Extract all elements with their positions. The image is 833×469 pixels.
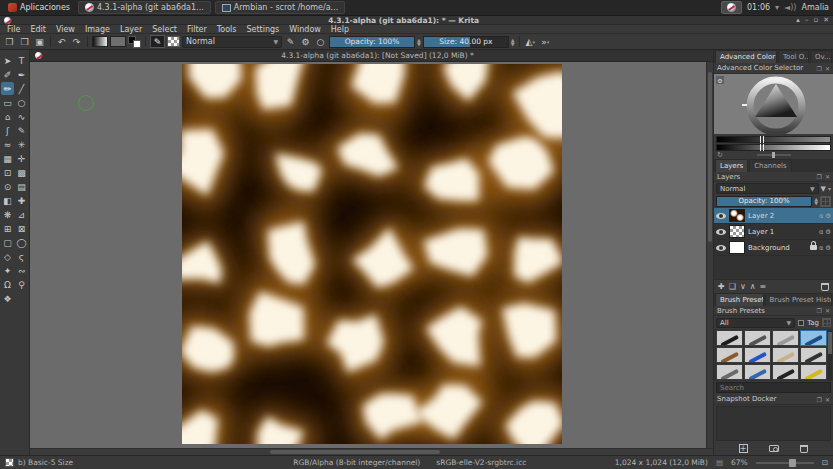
maximize-button[interactable]: ▫ <box>813 16 818 24</box>
user-name[interactable]: Amalia <box>801 3 829 12</box>
tool-transform[interactable]: ▦ <box>1 152 14 165</box>
menu-image[interactable]: Image <box>80 25 115 34</box>
brush-tab-1[interactable]: Brush Preset History <box>765 293 832 306</box>
menu-layer[interactable]: Layer <box>115 25 147 34</box>
tool-assistants[interactable]: ⊞ <box>1 222 14 235</box>
brush-preset-11[interactable] <box>800 364 827 380</box>
menu-view[interactable]: View <box>51 25 80 34</box>
color-selector-title[interactable]: Advanced Color Selector ❐✕ <box>714 63 833 74</box>
brush-preset-7[interactable] <box>800 347 827 363</box>
brush-preset-2[interactable] <box>772 330 799 346</box>
tab-0[interactable]: Layers <box>715 159 748 172</box>
docker-tab-2[interactable]: Ov... <box>810 50 832 63</box>
canvas-vertical-scrollbar[interactable] <box>706 62 713 448</box>
tool-transform-pointer[interactable]: ➤ <box>1 54 14 67</box>
task-button-1[interactable]: Armbian - scrot /home/a... <box>215 1 346 14</box>
lock-icon[interactable] <box>810 245 817 250</box>
tool-line[interactable]: ╱ <box>15 82 28 95</box>
tag-checkbox[interactable] <box>798 320 804 326</box>
wrap-around-button[interactable]: »▾ <box>539 35 552 48</box>
tool-reference-images[interactable]: ⊠ <box>15 222 28 235</box>
docker-tab-1[interactable]: Tool O... <box>778 50 809 63</box>
redo-icon[interactable]: ↷ <box>70 35 83 48</box>
tab-1[interactable]: Channels <box>749 159 791 172</box>
menu-window[interactable]: Window <box>284 25 326 34</box>
tool-polygon-select[interactable]: ◇ <box>1 250 14 263</box>
tool-zoom[interactable]: ⚲ <box>15 278 28 291</box>
lightness-slider[interactable] <box>716 144 831 151</box>
preset-scrollbar[interactable] <box>828 330 832 380</box>
tool-freehand-brush[interactable]: ✏ <box>1 82 14 95</box>
close-icon[interactable]: ✕ <box>825 307 830 314</box>
tool-gradient[interactable]: ▩ <box>15 166 28 179</box>
tool-measure[interactable]: ⊿ <box>15 208 28 221</box>
layer-opacity-slider[interactable]: Opacity: 100% <box>716 196 812 207</box>
document-tab[interactable]: 4.3.1-alpha (git aba6da1): [Not Saved] (… <box>30 50 713 62</box>
minimize-button[interactable]: – <box>805 16 809 24</box>
undo-icon[interactable]: ↶ <box>55 35 68 48</box>
brush-preset-5[interactable] <box>744 347 771 363</box>
layer-opacity-spinner[interactable]: ▲▼ <box>814 197 818 205</box>
tool-magnetic-select[interactable]: Ω <box>1 278 14 291</box>
tool-bezier-select[interactable]: ∾ <box>15 264 28 277</box>
menu-help[interactable]: Help <box>326 25 354 34</box>
move-layer-up-button[interactable]: ∧ <box>750 282 756 291</box>
tool-color-sampler[interactable]: ⊙ <box>1 180 14 193</box>
add-snapshot-button[interactable]: + <box>739 444 748 453</box>
fg-bg-colors[interactable] <box>128 36 141 48</box>
close-icon[interactable]: ✕ <box>825 65 830 72</box>
gear-icon[interactable]: ⚙ <box>299 35 312 48</box>
layer-settings-icon[interactable]: ⚙ <box>825 244 831 252</box>
size-slider[interactable]: Size: 40.00 px <box>423 36 509 48</box>
colorspace-info[interactable]: RGB/Alpha (8-bit integer/channel) <box>293 458 420 467</box>
delete-layer-button[interactable] <box>821 283 829 291</box>
tool-colorize-mask[interactable]: ✚ <box>15 194 28 207</box>
chevron-down-icon[interactable]: ▾ <box>828 185 831 192</box>
search-input[interactable]: Search <box>716 382 831 393</box>
tool-freehand-path[interactable]: ✎ <box>15 124 28 137</box>
layer-row-1[interactable]: Layer 1α⚙ <box>714 224 833 240</box>
menu-filter[interactable]: Filter <box>182 25 212 34</box>
chevron-down-icon[interactable]: ▾ <box>775 3 779 12</box>
opacity-spinner[interactable]: ▲▼ <box>417 38 421 46</box>
brush-preset-6[interactable] <box>772 347 799 363</box>
mini-slider[interactable] <box>757 154 791 156</box>
layer-properties-button[interactable]: ≡ <box>760 282 767 291</box>
tool-dynamic-brush[interactable]: ≈ <box>1 138 14 151</box>
layer-row-2[interactable]: Backgroundα⚙ <box>714 240 833 256</box>
tool-edit-shapes[interactable]: ✐ <box>1 68 14 81</box>
color-profile[interactable]: sRGB-elle-V2-srgbtrc.icc <box>436 458 526 467</box>
visibility-eye-icon[interactable] <box>716 245 726 251</box>
brush-preset-9[interactable] <box>744 364 771 380</box>
close-icon[interactable]: ✕ <box>825 396 830 403</box>
canvas-area[interactable] <box>30 62 713 448</box>
brush-preset-10[interactable] <box>772 364 799 380</box>
visibility-eye-icon[interactable] <box>716 213 726 219</box>
duplicate-layer-button[interactable]: ❏ <box>729 282 736 291</box>
canvas-image[interactable] <box>182 64 562 444</box>
float-docker-icon[interactable]: ❐ <box>817 65 822 72</box>
tool-pan[interactable]: ❖ <box>1 292 14 305</box>
tool-ellipse-select[interactable]: ◯ <box>15 236 28 249</box>
layer-view-icon[interactable] <box>820 196 831 207</box>
layer-settings-icon[interactable]: ⚙ <box>825 212 831 220</box>
add-layer-button[interactable]: ✚ <box>718 282 725 291</box>
visibility-eye-icon[interactable] <box>716 229 726 235</box>
filter-funnel-icon[interactable]: ▼ <box>821 185 826 193</box>
menu-edit[interactable]: Edit <box>25 25 51 34</box>
task-button-0[interactable]: 4.3.1-alpha (git aba6da1... <box>78 1 211 14</box>
camera-icon[interactable] <box>769 445 779 452</box>
fill-pattern-button[interactable] <box>167 36 180 47</box>
zoom-slider[interactable] <box>756 462 814 464</box>
tool-calligraphy[interactable]: ✒ <box>15 68 28 81</box>
applications-menu[interactable]: Aplicaciones <box>4 2 74 13</box>
tool-multibrush[interactable]: ✳ <box>15 138 28 151</box>
tool-smart-patch[interactable]: ❋ <box>1 208 14 221</box>
layer-list-empty[interactable] <box>714 256 833 279</box>
pattern-swatch[interactable] <box>110 36 126 47</box>
blend-mode-select[interactable]: Normal ▼ <box>182 36 282 48</box>
brush-preset-0[interactable] <box>716 330 743 346</box>
layer-settings-icon[interactable]: ⚙ <box>825 228 831 236</box>
fit-page-icon[interactable]: ⊡ <box>822 458 828 467</box>
tool-pattern-edit[interactable]: ▤ <box>15 180 28 193</box>
